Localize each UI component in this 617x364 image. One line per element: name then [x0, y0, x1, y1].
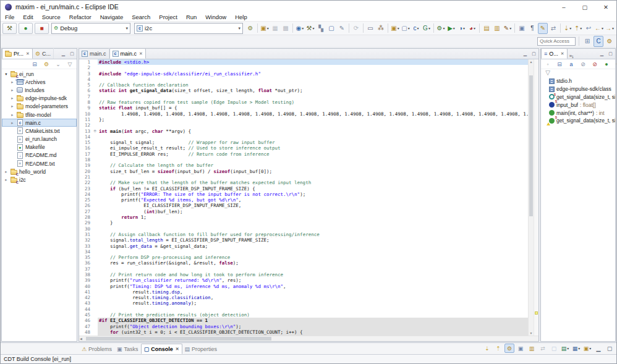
line-number[interactable]: 20 [79, 169, 92, 174]
line-number[interactable]: 38 [79, 272, 92, 277]
line-number[interactable]: 45 [79, 312, 92, 318]
code-line[interactable]: 40 printf("Timing: DSP %d ms, inference … [79, 284, 528, 289]
line-number[interactable]: 22 [79, 180, 92, 185]
run-button[interactable]: ▶▾ [446, 23, 456, 34]
hide-fields-button[interactable]: ⊘ [578, 60, 588, 68]
view-overflow-indicator[interactable]: »₁ [568, 53, 576, 59]
minimize-window-button[interactable]: – [553, 1, 574, 13]
tree-item-cmakelists-txt[interactable]: CMakeLists.txt [2, 127, 77, 135]
prev-annotation-button[interactable]: ⇡▾ [573, 23, 583, 34]
quick-access-input[interactable] [537, 37, 576, 46]
word-wrap-console-button[interactable]: ⇄ [538, 344, 548, 353]
line-number[interactable]: 19 [79, 163, 92, 168]
menu-window[interactable]: Window [201, 14, 231, 20]
profile-button[interactable]: ◑▾ [457, 23, 467, 34]
maximize-view-button[interactable]: ▢ [607, 51, 614, 57]
line-number[interactable]: 33 [79, 243, 92, 249]
new-window-button[interactable]: ▢▾ [401, 23, 411, 34]
code-line[interactable]: 24 printf("ERROR: The size of the input … [79, 192, 528, 197]
new-c-project-button[interactable]: ▣▾ [390, 23, 400, 34]
view-menu-button[interactable]: ▽ [65, 60, 75, 68]
tree-item-ei-run[interactable]: ▾ei_run [2, 70, 77, 78]
show-on-stderr-button[interactable]: ▥ [527, 344, 537, 353]
next-console-button[interactable]: ⇣ [482, 344, 492, 353]
line-number[interactable]: 6 [79, 88, 92, 93]
line-number[interactable]: 36 [79, 260, 92, 266]
code-line[interactable]: 4 [79, 77, 528, 82]
line-number[interactable]: 27 [79, 209, 92, 214]
code-line[interactable]: 37 [79, 266, 528, 272]
tree-item-edge-impulse-sdk[interactable]: ▸edge-impulse-sdk [2, 95, 77, 103]
scroll-down-icon[interactable]: ▼ [529, 331, 534, 336]
pin-console-button[interactable]: ⚙ [504, 344, 514, 353]
code-line[interactable]: 43 result.timing.anomaly); [79, 300, 528, 306]
maximize-view-button[interactable]: ▢ [530, 51, 537, 57]
line-number[interactable]: 48 [79, 329, 92, 335]
tab-pr[interactable]: Pr...✕ [2, 48, 33, 59]
annotation-marker[interactable] [535, 311, 538, 315]
line-number[interactable]: 15 [79, 140, 92, 145]
menu-refactor[interactable]: Refactor [65, 14, 96, 20]
code-line[interactable]: 12 [79, 122, 528, 128]
vertical-scrollbar[interactable]: ▲ ▼ [528, 59, 534, 336]
code-line[interactable]: 22 // Make sure that the length of the b… [79, 180, 528, 185]
tree-item-makefile[interactable]: Makefile [2, 143, 77, 151]
line-number[interactable]: 41 [79, 289, 92, 295]
code-line[interactable]: 46#if EI_CLASSIFIER_OBJECT_DETECTION == … [79, 318, 528, 323]
outline-item-get-signal-data-size-t-si[interactable]: get_signal_data(size_t, si [541, 93, 615, 101]
line-number[interactable]: 35 [79, 255, 92, 260]
code-line[interactable]: 10 1.4908, 1.4908, 1.4908, 1.4908, 1.490… [79, 111, 528, 117]
link-with-editor-button[interactable]: ⚙ [41, 60, 51, 68]
code-line[interactable]: 32 signal.total_length = EI_CLASSIFIER_D… [79, 237, 528, 243]
debug-button[interactable]: ● [19, 23, 33, 34]
menu-help[interactable]: Help [231, 14, 252, 20]
code-line[interactable]: 21 [79, 174, 528, 180]
forward-button[interactable]: →▾ [605, 23, 615, 34]
code-line[interactable]: 16 ei_impulse_result_t result; // Used t… [79, 145, 528, 151]
horizontal-scrollbar[interactable]: ◀ [79, 336, 538, 341]
line-number[interactable]: 17 [79, 151, 92, 157]
minimize-view-button[interactable]: ▁ [522, 51, 529, 57]
open-perspective-button[interactable]: ⊞ [582, 36, 592, 47]
line-number[interactable]: 4 [79, 77, 92, 82]
back-button[interactable]: ←▾ [594, 23, 604, 34]
scroll-left-icon[interactable]: ◀ [80, 336, 82, 341]
code-line[interactable]: 7 [79, 94, 528, 99]
code-line[interactable]: 28 return 1; [79, 214, 528, 220]
code-line[interactable]: 13⊖int main(int argc, char **argv) { [79, 129, 528, 134]
line-number[interactable]: 47 [79, 324, 92, 329]
line-number[interactable]: 28 [79, 214, 92, 220]
sort-button[interactable]: a [566, 60, 576, 68]
code-editor[interactable]: 1#include <stdio.h>23#include "edge-impu… [79, 59, 528, 336]
outline-item-main-int-char[interactable]: main(int, char**) : int [541, 109, 615, 117]
menu-file[interactable]: File [1, 14, 19, 20]
search-button[interactable]: ✎▾ [503, 23, 513, 34]
menu-edit[interactable]: Edit [19, 14, 37, 20]
code-line[interactable]: 6static int get_signal_data(size_t offse… [79, 88, 528, 93]
menu-navigate[interactable]: Navigate [96, 14, 128, 20]
chevron-right-icon[interactable]: ▸ [10, 121, 15, 125]
chevron-right-icon[interactable]: ▸ [4, 177, 9, 182]
last-edit-location-button[interactable]: ↩ [584, 23, 594, 34]
line-number[interactable]: 21 [79, 174, 92, 180]
code-line[interactable]: 45 // Print the prediction results (obje… [79, 312, 528, 318]
scrollbar-thumb[interactable] [529, 75, 533, 216]
tree-item-readme-md[interactable]: README.md [2, 151, 77, 159]
code-line[interactable]: 41 result.timing.dsp, [79, 289, 528, 295]
tree-item-hello-world[interactable]: ▸hello_world [2, 167, 77, 176]
outline-item-edge-impulse-sdk-class[interactable]: edge-impulse-sdk/class [541, 85, 615, 93]
code-line[interactable]: 5// Callback function declaration [79, 82, 528, 88]
tree-item-i2c[interactable]: ▸i2c [2, 176, 77, 184]
line-number[interactable]: 7 [79, 94, 92, 99]
chevron-right-icon[interactable]: ▸ [4, 169, 9, 174]
focus-button[interactable]: ⌄ [53, 60, 63, 68]
line-number[interactable]: 12 [79, 122, 92, 128]
fold-collapse-icon[interactable]: ⊖ [92, 129, 98, 134]
tree-item-ei-run-launch[interactable]: ei_run.launch [2, 135, 77, 143]
code-line[interactable]: 9static float input_buf[] = { [79, 105, 528, 111]
line-number[interactable]: 43 [79, 300, 92, 306]
code-line[interactable]: 20 size_t buf_len = sizeof(input_buf) / … [79, 169, 528, 174]
code-line[interactable]: 2 [79, 65, 528, 70]
chevron-right-icon[interactable]: ▸ [10, 80, 15, 85]
display-console-button[interactable]: ▦▾ [571, 344, 581, 353]
